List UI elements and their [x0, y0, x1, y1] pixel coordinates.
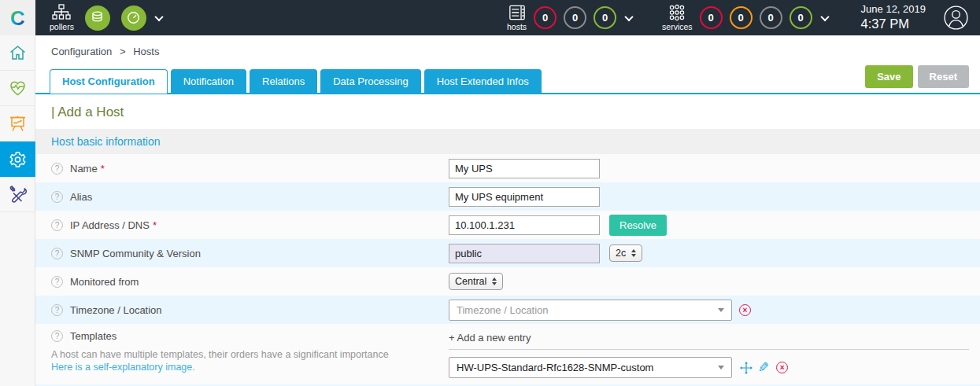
main-content: Configuration > Hosts Host Configuration… [35, 35, 980, 386]
required-asterisk: * [153, 219, 157, 231]
hosts-unreachable-counter[interactable]: 0 [564, 6, 586, 29]
clear-timezone-icon[interactable] [739, 304, 751, 316]
form-row-snmp: SNMP Community & Version 2c [35, 239, 980, 267]
name-input[interactable] [449, 159, 600, 178]
move-icon[interactable] [740, 362, 753, 374]
monitored-from-label: Monitored from [70, 276, 139, 288]
tab-bar: Host Configuration Notification Relation… [35, 57, 980, 94]
services-critical-counter[interactable]: 0 [700, 6, 723, 29]
form-row-alias: Alias [35, 182, 980, 211]
services-menu[interactable]: services [662, 4, 693, 31]
snmp-version-select[interactable]: 2c [609, 244, 642, 262]
template-selected-value: HW-UPS-Standard-Rfc1628-SNMP-custom [457, 362, 718, 373]
template-dropdown[interactable]: HW-UPS-Standard-Rfc1628-SNMP-custom [449, 357, 732, 378]
hosts-menu[interactable]: hosts [507, 4, 527, 31]
pollers-label: pollers [50, 22, 74, 31]
chevron-down-icon[interactable] [820, 12, 829, 20]
counter-value: 0 [797, 12, 803, 24]
templates-helper-text: A host can have multiple templates, thei… [51, 349, 389, 360]
select-arrows-icon [631, 249, 636, 257]
form-row-ip: IP Address / DNS * Resolve [35, 211, 980, 239]
database-status-icon[interactable] [85, 6, 110, 31]
help-icon[interactable] [51, 163, 63, 175]
sidebar-item-home[interactable] [0, 35, 35, 71]
snmp-community-input[interactable] [449, 244, 600, 263]
heart-pulse-icon [8, 79, 28, 97]
help-icon[interactable] [51, 304, 63, 316]
services-warning-counter[interactable]: 0 [730, 6, 753, 29]
hosts-status-group: hosts 0 0 0 [507, 4, 632, 31]
hosts-down-counter[interactable]: 0 [534, 6, 557, 29]
tab-host-extended-infos[interactable]: Host Extended Infos [424, 69, 542, 93]
breadcrumb: Configuration > Hosts [35, 35, 980, 57]
help-icon[interactable] [51, 219, 63, 231]
snmp-label: SNMP Community & Version [70, 248, 201, 259]
tab-relations[interactable]: Relations [250, 69, 317, 93]
pollers-menu[interactable]: pollers [50, 4, 74, 31]
form-row-templates: Templates A host can have multiple templ… [35, 324, 980, 384]
help-icon[interactable] [51, 330, 63, 342]
gear-icon [8, 150, 28, 169]
date-text: June 12, 2019 [861, 3, 926, 16]
ip-input[interactable] [449, 215, 600, 235]
form-actions: Save Reset [865, 65, 969, 93]
monitored-from-select[interactable]: Central [449, 273, 503, 290]
counter-value: 0 [602, 12, 608, 24]
page-title: | Add a Host [35, 94, 980, 129]
tab-host-configuration[interactable]: Host Configuration [50, 69, 168, 94]
caret-down-icon [718, 366, 724, 369]
alias-label: Alias [70, 191, 92, 203]
edit-icon[interactable] [758, 359, 769, 376]
tools-icon [8, 185, 28, 204]
help-icon[interactable] [51, 191, 63, 203]
sidebar-item-configuration[interactable] [0, 142, 35, 177]
hosts-icon [508, 4, 527, 21]
alias-input[interactable] [449, 187, 600, 207]
form-row-name: Name * [35, 154, 980, 182]
counter-value: 0 [572, 12, 578, 24]
templates-helper-link[interactable]: Here is a self-explanatory image. [51, 362, 195, 373]
section-header: Host basic information [35, 129, 980, 154]
caret-down-icon [718, 308, 724, 312]
name-label: Name [70, 163, 98, 175]
services-status-group: services 0 0 0 0 [662, 4, 828, 31]
clock: June 12, 2019 4:37 PM [861, 3, 926, 32]
chevron-down-icon[interactable] [154, 12, 163, 20]
breadcrumb-separator: > [120, 46, 126, 57]
delete-template-icon[interactable] [776, 362, 788, 373]
user-icon [943, 5, 969, 31]
save-button[interactable]: Save [865, 65, 912, 88]
tab-data-processing[interactable]: Data Processing [320, 69, 420, 93]
reset-button[interactable]: Reset [918, 65, 969, 88]
form-row-monitored-from: Monitored from Central [35, 267, 980, 296]
ip-label: IP Address / DNS [70, 219, 150, 231]
form-row-timezone: Timezone / Location Timezone / Location [35, 296, 980, 324]
add-template-entry-link[interactable]: + Add a new entry [449, 330, 969, 350]
services-icon [668, 4, 686, 21]
user-menu[interactable] [943, 5, 969, 31]
sidebar-item-monitoring[interactable] [0, 71, 35, 106]
top-bar: C pollers [0, 0, 980, 35]
help-icon[interactable] [51, 248, 63, 259]
home-icon [8, 43, 28, 62]
timezone-dropdown[interactable]: Timezone / Location [449, 300, 732, 321]
hosts-label: hosts [507, 22, 527, 31]
services-unknown-counter[interactable]: 0 [760, 6, 782, 29]
services-ok-counter[interactable]: 0 [790, 6, 812, 29]
services-label: services [662, 22, 693, 31]
chevron-down-icon[interactable] [624, 12, 633, 20]
breadcrumb-section[interactable]: Configuration [51, 46, 112, 57]
timezone-label: Timezone / Location [70, 304, 162, 316]
monitored-from-value: Central [455, 276, 486, 287]
help-icon[interactable] [51, 276, 63, 288]
sidebar-item-administration[interactable] [0, 177, 35, 212]
counter-value: 0 [738, 12, 743, 24]
tab-notification[interactable]: Notification [171, 69, 246, 93]
breadcrumb-page[interactable]: Hosts [133, 46, 159, 57]
sidebar-item-reporting[interactable] [0, 106, 35, 142]
resolve-button[interactable]: Resolve [609, 215, 667, 236]
centreon-logo[interactable]: C [0, 0, 35, 35]
required-asterisk: * [101, 163, 105, 175]
hosts-up-counter[interactable]: 0 [594, 6, 616, 29]
gauge-status-icon[interactable] [121, 6, 146, 31]
